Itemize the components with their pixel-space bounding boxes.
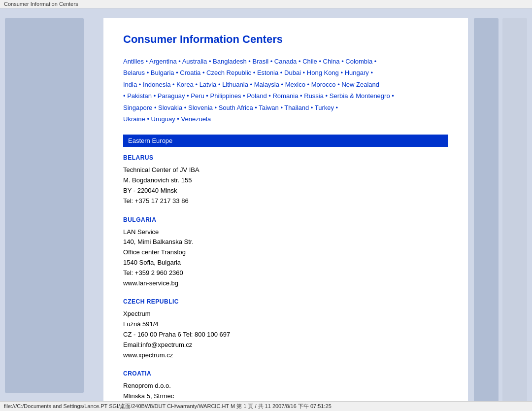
link-bangladesh[interactable]: Bangladesh [213,58,247,65]
link-paraguay[interactable]: Paraguay [158,92,185,100]
link-korea[interactable]: Korea [176,81,194,88]
status-bar-text: file:///C:/Documents and Settings/Lance.… [4,403,332,409]
country-block-czech-republic: CZECH REPUBLIC Xpectrum Lužná 591/4 CZ -… [123,298,448,360]
links-section: Antilles • Argentina • Australia • Bangl… [123,56,448,125]
link-pakistan[interactable]: Pakistan [127,92,152,100]
country-name-belarus: BELARUS [123,154,448,161]
country-name-croatia: CROATIA [123,370,448,377]
link-chile[interactable]: Chile [302,58,317,65]
country-block-belarus: BELARUS Technical Center of JV IBA M. Bo… [123,154,448,206]
country-details-belarus: Technical Center of JV IBA M. Bogdanovic… [123,165,448,206]
link-belarus[interactable]: Belarus [123,69,145,76]
title-bar-text: Consumer Information Centers [4,1,78,7]
link-venezuela[interactable]: Venezuela [181,115,211,123]
link-new-zealand[interactable]: New Zealand [341,81,379,88]
country-name-czech-republic: CZECH REPUBLIC [123,298,448,305]
link-philippines[interactable]: Philippines [210,92,241,100]
link-taiwan[interactable]: Taiwan [259,104,278,111]
country-details-czech-republic: Xpectrum Lužná 591/4 CZ - 160 00 Praha 6… [123,309,448,360]
link-canada[interactable]: Canada [274,58,297,65]
link-brasil[interactable]: Brasil [253,58,269,65]
link-argentina[interactable]: Argentina [149,58,177,65]
sidebar-right-bar-1 [474,18,499,411]
link-slovakia[interactable]: Slovakia [158,104,182,111]
main-content: Consumer Information Centers Antilles • … [103,18,468,411]
link-peru[interactable]: Peru [191,92,204,100]
link-serbia-montenegro[interactable]: Serbia & Montenegro [330,92,390,100]
sidebar-left [5,18,103,411]
link-malaysia[interactable]: Malaysia [254,81,279,88]
link-china[interactable]: China [323,58,340,65]
link-bulgaria[interactable]: Bulgaria [151,69,174,76]
link-india[interactable]: India [123,81,137,88]
link-czech-republic[interactable]: Czech Republic [206,69,251,76]
link-croatia[interactable]: Croatia [180,69,200,76]
link-ukraine[interactable]: Ukraine [123,115,145,123]
sidebar-right [468,18,527,411]
country-block-bulgaria: BULGARIA LAN Service 140, Mimi Balkanska… [123,216,448,289]
status-bar: file:///C:/Documents and Settings/Lance.… [0,401,532,411]
link-poland[interactable]: Poland [247,92,266,100]
link-antilles[interactable]: Antilles [123,58,144,65]
link-colombia[interactable]: Colombia [345,58,372,65]
link-singapore[interactable]: Singapore [123,104,152,111]
link-thailand[interactable]: Thailand [284,104,309,111]
link-uruguay[interactable]: Uruguay [151,115,175,123]
sidebar-left-inner [5,18,84,393]
link-south-africa[interactable]: South Africa [219,104,253,111]
page-title: Consumer Information Centers [123,33,448,46]
link-australia[interactable]: Australia [182,58,207,65]
link-dubai[interactable]: Dubai [284,69,301,76]
link-latvia[interactable]: Latvia [200,81,217,88]
section-header-eastern-europe: Eastern Europe [123,135,448,147]
link-hong-kong[interactable]: Hong Kong [307,69,339,76]
link-indonesia[interactable]: Indonesia [143,81,170,88]
link-romania[interactable]: Romania [272,92,298,100]
link-estonia[interactable]: Estonia [257,69,278,76]
page-layout: Consumer Information Centers Antilles • … [0,8,532,411]
link-lithuania[interactable]: Lithuania [222,81,248,88]
link-hungary[interactable]: Hungary [345,69,369,76]
link-slovenia[interactable]: Slovenia [188,104,213,111]
link-turkey[interactable]: Turkey [315,104,334,111]
link-russia[interactable]: Russia [304,92,324,100]
title-bar: Consumer Information Centers [0,0,532,8]
link-morocco[interactable]: Morocco [311,81,336,88]
link-mexico[interactable]: Mexico [285,81,305,88]
country-details-bulgaria: LAN Service 140, Mimi Balkanska Str. Off… [123,227,448,289]
sidebar-right-bar-2 [502,18,527,411]
country-name-bulgaria: BULGARIA [123,216,448,223]
